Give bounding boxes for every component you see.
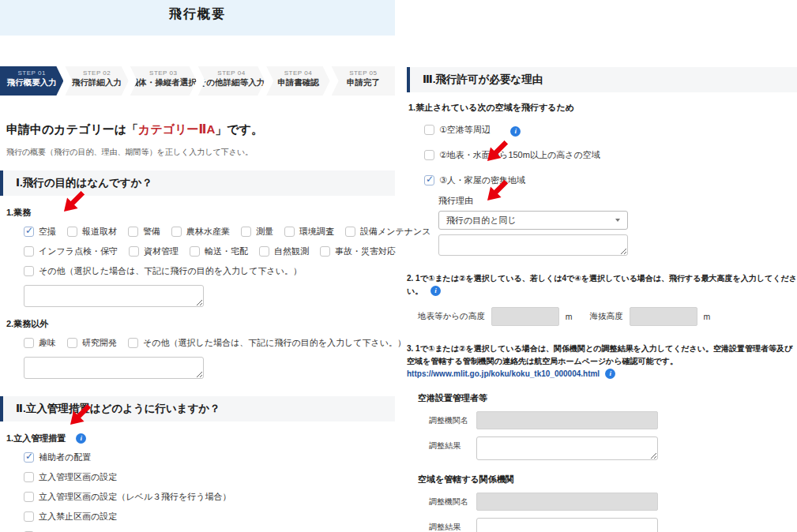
checkbox-label: ③人・家屋の密集地域	[439, 174, 525, 186]
checkbox-label: 農林水産業	[186, 226, 230, 238]
checkbox-icon	[241, 227, 251, 237]
step-03-aircraft-pilot: STEP 03 機体・操縦者選択	[130, 66, 197, 96]
checkbox-label: 空撮	[39, 226, 56, 238]
checkbox-icon	[24, 511, 34, 522]
checkbox-icon	[129, 246, 139, 257]
info-icon[interactable]	[76, 433, 86, 444]
checkbox-icon	[24, 472, 34, 482]
checkbox-icon	[67, 338, 77, 348]
checkbox-research-development[interactable]: 研究開発	[67, 337, 117, 349]
checkbox-icon	[67, 227, 77, 237]
checkbox-environmental-survey[interactable]: 環境調査	[284, 226, 334, 238]
checkbox-icon	[424, 150, 434, 160]
checkbox-business-other[interactable]: その他（選択した場合は、下記に飛行の目的を入力して下さい。）	[24, 265, 302, 277]
unit-m: m	[704, 312, 711, 321]
unit-m: m	[566, 312, 573, 321]
checkbox-icon	[320, 246, 330, 257]
checkbox-label: 立入禁止区画の設定	[39, 511, 117, 523]
checkbox-news-coverage[interactable]: 報道取材	[67, 226, 117, 238]
business-row-1: 空撮 報道取材 警備 農林水産業 測量 環境調査	[24, 226, 395, 238]
flight-reason-selected-value: 飛行の目的と同じ	[446, 215, 517, 227]
checkbox-icon	[259, 246, 269, 257]
checkbox-label: 資材管理	[144, 245, 179, 257]
checkbox-security[interactable]: 警備	[128, 226, 160, 238]
checkbox-densely-populated-area[interactable]: ③人・家屋の密集地域	[424, 174, 525, 186]
checkbox-icon	[424, 125, 434, 135]
step-number: STEP 01	[0, 69, 63, 77]
checkbox-managed-area[interactable]: 立入管理区画の設定	[24, 471, 117, 483]
step-label: 飛行概要入力	[0, 77, 63, 88]
info-icon[interactable]	[430, 286, 441, 296]
step-label: 申請完了	[332, 77, 395, 88]
checkbox-above-150m[interactable]: ②地表・水面から150m以上の高さの空域	[424, 149, 600, 161]
mlit-link-line: https://www.mlit.go.jp/koku/koku_tk10_00…	[407, 369, 797, 379]
checkbox-label: 立入管理区画の設定	[39, 471, 117, 483]
checkbox-managed-area-level3[interactable]: 立入管理区画の設定（レベル３飛行を行う場合）	[24, 491, 231, 503]
altitude-inputs-row: 地表等からの高度 m 海抜高度 m	[418, 307, 797, 326]
chevron-down-icon	[615, 219, 620, 222]
nonbusiness-group-label: 2.業務以外	[6, 318, 395, 330]
step-number: STEP 02	[65, 69, 128, 77]
page: 飛行概要 STEP 01 飛行概要入力 STEP 02 飛行詳細入力 STEP …	[0, 0, 797, 532]
checkbox-icon	[24, 227, 34, 237]
section-3-heading: Ⅲ.飛行許可が必要な理由	[407, 67, 797, 92]
flight-reason-block: 飛行理由 飛行の目的と同じ	[438, 195, 797, 256]
checkbox-icon	[24, 452, 34, 463]
checkbox-label: 測量	[256, 226, 273, 238]
checkbox-nature-observation[interactable]: 自然観測	[259, 245, 309, 257]
airport-admin-org-row: 調整機関名	[429, 411, 797, 429]
checkbox-label: インフラ点検・保守	[39, 245, 118, 257]
checkbox-label: その他（選択した場合は、下記に飛行の目的を入力して下さい。）	[143, 337, 406, 349]
checkbox-aerial-photography[interactable]: 空撮	[24, 226, 56, 238]
checkbox-airport-vicinity[interactable]: ①空港等周辺	[424, 124, 491, 136]
checkbox-label: 警備	[143, 226, 160, 238]
checkbox-label: ②地表・水面から150m以上の高さの空域	[439, 149, 600, 161]
step-05-complete: STEP 05 申請完了	[332, 66, 395, 96]
checkbox-label: 補助者の配置	[39, 451, 91, 463]
checkbox-agriculture-forestry-fisheries[interactable]: 農林水産業	[171, 226, 230, 238]
checkbox-hobby[interactable]: 趣味	[24, 337, 56, 349]
airspace-row-3: ③人・家屋の密集地域	[424, 174, 797, 189]
checkbox-label: その他（選択した場合は、下記に飛行の目的を入力して下さい。）	[39, 265, 302, 277]
checkbox-accident-disaster-response[interactable]: 事故・災害対応	[320, 245, 396, 257]
checkbox-surveying[interactable]: 測量	[241, 226, 273, 238]
nonbusiness-other-textarea[interactable]	[24, 357, 204, 379]
entry-measures-label: 1.立入管理措置	[6, 433, 395, 444]
airport-admin-result-textarea[interactable]	[476, 436, 658, 460]
checkbox-material-management[interactable]: 資材管理	[129, 245, 179, 257]
org-name-label: 調整機関名	[429, 411, 476, 426]
flight-reason-textarea[interactable]	[438, 234, 628, 256]
checkbox-no-entry-area[interactable]: 立入禁止区画の設定	[24, 511, 117, 523]
airspace-org-name-row: 調整機関名	[429, 493, 797, 511]
info-icon[interactable]	[510, 126, 521, 137]
info-icon[interactable]	[605, 369, 615, 379]
flight-reason-select[interactable]: 飛行の目的と同じ	[438, 211, 628, 230]
checkbox-nonbusiness-other[interactable]: その他（選択した場合は、下記に飛行の目的を入力して下さい。）	[128, 337, 406, 349]
checkbox-assistant-placement[interactable]: 補助者の配置	[24, 451, 91, 463]
checkbox-icon	[24, 492, 34, 502]
checkbox-infrastructure-inspection[interactable]: インフラ点検・保守	[24, 245, 118, 257]
step-label: 飛行詳細入力	[65, 77, 128, 88]
checkbox-label: 研究開発	[82, 337, 117, 349]
coordination-instruction: 3. 1で①または②を選択している場合は、関係機関との調整結果を入力してください…	[407, 343, 797, 367]
checkbox-icon	[284, 227, 295, 237]
page-header: 飛行概要	[0, 0, 395, 36]
business-other-textarea[interactable]	[24, 285, 204, 307]
step-04-other-details: STEP 04 その他詳細等入力	[198, 66, 265, 96]
entry-measures-label-text: 1.立入管理措置	[6, 433, 66, 444]
org-name-label: 調整機関名	[429, 493, 476, 508]
airspace-row-1: ①空港等周辺	[424, 124, 797, 138]
checkbox-icon	[424, 175, 434, 185]
airspace-org-result-textarea[interactable]	[476, 518, 658, 532]
airport-admin-result-row: 調整結果	[429, 436, 797, 460]
checkbox-transport-delivery[interactable]: 輸送・宅配	[190, 245, 248, 257]
mlit-link[interactable]: https://www.mlit.go.jp/koku/koku_tk10_00…	[407, 369, 600, 378]
business-group-label: 1.業務	[6, 207, 395, 219]
business-group-label-text: 1.業務	[6, 207, 31, 219]
checkbox-label: 環境調査	[299, 226, 334, 238]
checkbox-label: 立入管理区画の設定（レベル３飛行を行う場合）	[39, 491, 231, 503]
checkbox-icon	[190, 246, 200, 257]
sea-level-altitude-input	[630, 307, 697, 326]
checkbox-label: ①空港等周辺	[439, 124, 491, 136]
category-prefix: 申請中のカテゴリーは「	[6, 122, 138, 136]
